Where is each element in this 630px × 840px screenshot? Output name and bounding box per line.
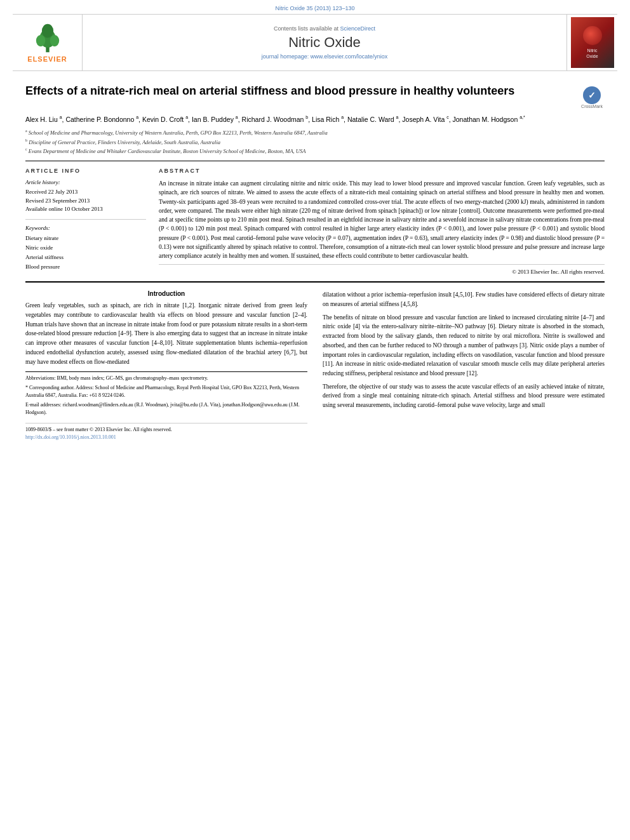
elsevier-text: ELSEVIER [27, 55, 67, 63]
keywords-label: Keywords: [25, 225, 146, 231]
article-title: Effects of a nitrate-rich meal on arteri… [25, 84, 573, 98]
right-para-3: Therefore, the objective of our study wa… [323, 382, 605, 410]
corresponding-footnote: * Corresponding author. Address: School … [25, 384, 307, 399]
copyright-line: © 2013 Elsevier Inc. All rights reserved… [159, 264, 605, 275]
journal-homepage: journal homepage: www.elsevier.com/locat… [262, 53, 388, 60]
svg-point-3 [50, 35, 59, 46]
journal-name-header: Nitric Oxide [288, 34, 361, 51]
right-para-2: The benefits of nitrate on blood pressur… [323, 313, 605, 378]
abbreviations-footnote: Abbreviations: BMI, body mass index; GC–… [25, 375, 307, 382]
bottom-bar: 1089-8603/$ – see front matter © 2013 El… [25, 423, 307, 441]
available-date: Available online 10 October 2013 [25, 205, 146, 214]
affiliations-section: a School of Medicine and Pharmacology, U… [25, 128, 605, 156]
journal-cover-section: NitricOxide [566, 15, 617, 70]
article-history-section: Article history: Received 22 July 2013 R… [25, 179, 146, 220]
footnote-section: Abbreviations: BMI, body mass index; GC–… [25, 371, 307, 417]
body-col-right: dilatation without a prior ischemia–repe… [323, 290, 605, 441]
authors-line: Alex H. Liu a, Catherine P. Bondonno a, … [25, 114, 605, 124]
keywords-section: Keywords: Dietary nitrate Nitric oxide A… [25, 225, 146, 272]
email-footnote: E-mail addresses: richard.woodman@flinde… [25, 401, 307, 417]
journal-header-bar: ELSEVIER Contents lists available at Sci… [13, 14, 617, 71]
crossmark-icon: ✓ [583, 86, 601, 104]
revised-date: Revised 23 September 2013 [25, 197, 146, 206]
article-info-column: ARTICLE INFO Article history: Received 2… [25, 168, 146, 275]
affiliation-2: b Discipline of General Practice, Flinde… [25, 138, 605, 147]
elsevier-tree-icon [29, 22, 67, 54]
header-center-section: Contents lists available at ScienceDirec… [83, 15, 566, 70]
sciencedirect-link[interactable]: ScienceDirect [340, 25, 376, 32]
intro-para-1: Green leafy vegetables, such as spinach,… [25, 301, 307, 366]
cover-title-text: NitricOxide [586, 48, 598, 58]
history-label: Article history: [25, 179, 146, 185]
doi-link[interactable]: http://dx.doi.org/10.1016/j.niox.2013.10… [25, 434, 116, 440]
keyword-2: Nitric oxide [25, 243, 146, 253]
body-section: Introduction Green leafy vegetables, suc… [25, 281, 605, 441]
issn-line: 1089-8603/$ – see front matter © 2013 El… [25, 426, 307, 434]
crossmark-label: CrossMark [581, 104, 603, 109]
abstract-text: An increase in nitrate intake can augmen… [159, 179, 605, 260]
journal-citation-bar: Nitric Oxide 35 (2013) 123–130 [0, 0, 630, 14]
keyword-4: Blood pressure [25, 262, 146, 272]
elsevier-logo-section: ELSEVIER [13, 15, 83, 70]
journal-citation: Nitric Oxide 35 (2013) 123–130 [275, 5, 354, 11]
journal-cover-image: NitricOxide [571, 17, 614, 68]
article-info-label: ARTICLE INFO [25, 168, 146, 174]
keyword-3: Arterial stiffness [25, 253, 146, 262]
body-col-left: Introduction Green leafy vegetables, suc… [25, 290, 307, 441]
doi-line: http://dx.doi.org/10.1016/j.niox.2013.10… [25, 434, 307, 441]
right-para-1: dilatation without a prior ischemia–repe… [323, 290, 605, 309]
crossmark-section: ✓ CrossMark [579, 86, 605, 109]
svg-point-2 [36, 35, 45, 46]
introduction-heading: Introduction [25, 290, 307, 297]
affiliation-3: c Evans Department of Medicine and Whita… [25, 147, 605, 156]
affiliation-1: a School of Medicine and Pharmacology, U… [25, 128, 605, 137]
svg-point-4 [41, 24, 53, 38]
received-date: Received 22 July 2013 [25, 188, 146, 197]
sciencedirect-line: Contents lists available at ScienceDirec… [274, 25, 375, 32]
abstract-label: ABSTRACT [159, 168, 605, 174]
keyword-1: Dietary nitrate [25, 234, 146, 243]
cover-circle-graphic [583, 26, 602, 45]
abstract-column: ABSTRACT An increase in nitrate intake c… [159, 168, 605, 275]
